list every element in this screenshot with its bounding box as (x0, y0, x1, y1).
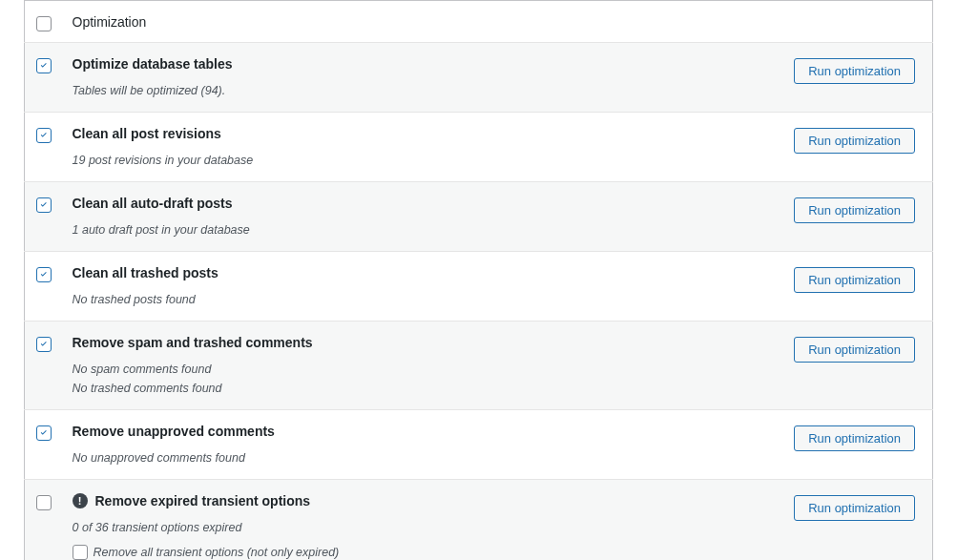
column-header-optimization: Optimization (63, 1, 780, 43)
warning-icon: ! (73, 493, 88, 508)
sub-option-label: Remove all transient options (not only e… (94, 543, 340, 560)
row-checkbox[interactable] (36, 267, 52, 282)
optimization-title: !Remove expired transient options (73, 493, 771, 508)
run-optimization-button[interactable]: Run optimization (794, 337, 915, 363)
optimization-title-text: Clean all auto-draft posts (73, 196, 233, 211)
table-row: !Remove expired transient options0 of 36… (25, 480, 933, 561)
table-row: Clean all post revisions19 post revision… (25, 113, 933, 182)
row-checkbox[interactable] (36, 337, 52, 352)
table-row: Remove unapproved commentsNo unapproved … (25, 410, 933, 480)
row-checkbox[interactable] (36, 495, 52, 510)
table-row: Optimize database tablesTables will be o… (25, 43, 933, 113)
optimization-title-text: Remove unapproved comments (73, 424, 275, 439)
optimization-table: OptimizationOptimize database tablesTabl… (24, 0, 933, 560)
sub-option-checkbox[interactable] (73, 545, 88, 560)
optimization-title-text: Clean all trashed posts (73, 265, 218, 280)
optimization-description: Tables will be optimized (94). (73, 81, 771, 100)
optimization-title-text: Remove spam and trashed comments (73, 335, 313, 350)
sub-option: Remove all transient options (not only e… (73, 543, 771, 560)
run-optimization-button[interactable]: Run optimization (794, 425, 915, 451)
run-optimization-button[interactable]: Run optimization (794, 495, 915, 521)
optimization-description: No unapproved comments found (73, 448, 771, 467)
optimization-description: 0 of 36 transient options expired (73, 518, 771, 537)
optimization-title-text: Optimize database tables (73, 56, 233, 72)
table-header-row: Optimization (25, 1, 933, 43)
optimization-title: Optimize database tables (73, 56, 771, 72)
row-checkbox[interactable] (36, 425, 52, 441)
row-checkbox[interactable] (36, 128, 52, 143)
optimization-description: No spam comments foundNo trashed comment… (73, 360, 771, 398)
run-optimization-button[interactable]: Run optimization (794, 58, 915, 84)
run-optimization-button[interactable]: Run optimization (794, 128, 915, 154)
optimization-description: No trashed posts found (73, 290, 771, 309)
optimization-title-text: Clean all post revisions (73, 126, 221, 141)
run-optimization-button[interactable]: Run optimization (794, 267, 915, 293)
optimization-title: Clean all post revisions (73, 126, 771, 141)
optimization-title: Remove unapproved comments (73, 424, 771, 439)
optimization-description: 19 post revisions in your database (73, 151, 771, 170)
optimization-title-text: Remove expired transient options (95, 493, 311, 508)
optimization-title: Clean all trashed posts (73, 265, 771, 280)
table-row: Clean all auto-draft posts1 auto draft p… (25, 182, 933, 252)
row-checkbox[interactable] (36, 197, 52, 213)
row-checkbox[interactable] (36, 58, 52, 73)
optimization-title: Remove spam and trashed comments (73, 335, 771, 350)
run-optimization-button[interactable]: Run optimization (794, 197, 915, 223)
optimization-description: 1 auto draft post in your database (73, 220, 771, 239)
table-row: Remove spam and trashed commentsNo spam … (25, 321, 933, 410)
select-all-checkbox[interactable] (36, 16, 52, 31)
table-row: Clean all trashed postsNo trashed posts … (25, 252, 933, 321)
optimization-title: Clean all auto-draft posts (73, 196, 771, 211)
